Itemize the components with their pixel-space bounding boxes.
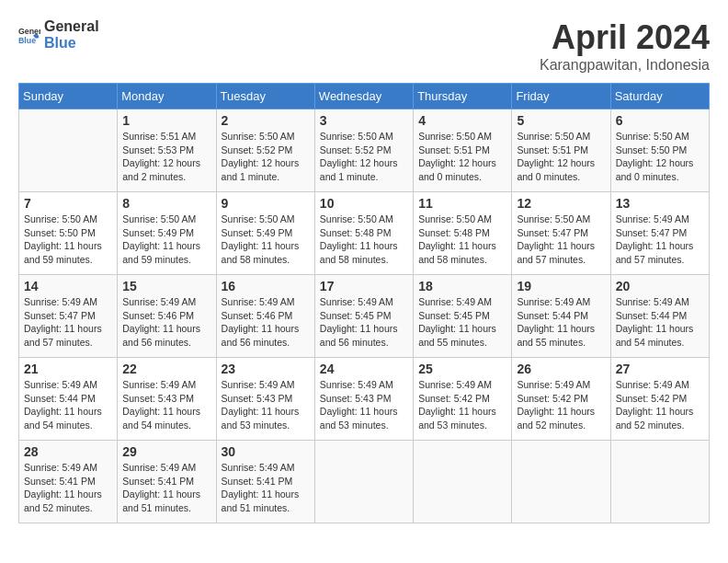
- day-number: 22: [122, 362, 210, 376]
- day-number: 7: [24, 196, 112, 211]
- month-title: April 2024: [540, 18, 710, 57]
- calendar-week-row: 28 Sunrise: 5:49 AM Sunset: 5:41 PM Dayl…: [19, 441, 710, 523]
- sunset-text: Sunset: 5:47 PM: [24, 310, 96, 321]
- sunrise-text: Sunrise: 5:49 AM: [517, 296, 590, 307]
- sunset-text: Sunset: 5:47 PM: [616, 227, 688, 238]
- sunrise-text: Sunrise: 5:50 AM: [517, 131, 590, 142]
- calendar-body: 1 Sunrise: 5:51 AM Sunset: 5:53 PM Dayli…: [19, 109, 710, 523]
- day-number: 11: [418, 196, 506, 211]
- day-info: Sunrise: 5:51 AM Sunset: 5:53 PM Dayligh…: [122, 130, 210, 184]
- sunset-text: Sunset: 5:45 PM: [418, 310, 490, 321]
- daylight-text: Daylight: 11 hours and 52 minutes.: [616, 406, 694, 431]
- day-number: 27: [616, 362, 704, 376]
- daylight-text: Daylight: 11 hours and 59 minutes.: [24, 240, 102, 265]
- calendar-day-cell: 8 Sunrise: 5:50 AM Sunset: 5:49 PM Dayli…: [118, 192, 216, 275]
- daylight-text: Daylight: 11 hours and 53 minutes.: [418, 406, 496, 431]
- day-info: Sunrise: 5:49 AM Sunset: 5:43 PM Dayligh…: [222, 378, 310, 432]
- sunrise-text: Sunrise: 5:50 AM: [122, 213, 196, 224]
- sunrise-text: Sunrise: 5:50 AM: [320, 213, 393, 224]
- sunset-text: Sunset: 5:48 PM: [320, 227, 392, 238]
- sunset-text: Sunset: 5:49 PM: [222, 227, 293, 238]
- daylight-text: Daylight: 12 hours and 0 minutes.: [616, 157, 694, 182]
- calendar-day-cell: 12 Sunrise: 5:50 AM Sunset: 5:47 PM Dayl…: [512, 192, 610, 275]
- calendar-day-cell: 11 Sunrise: 5:50 AM Sunset: 5:48 PM Dayl…: [414, 192, 512, 275]
- sunset-text: Sunset: 5:46 PM: [122, 310, 194, 321]
- sunrise-text: Sunrise: 5:49 AM: [320, 379, 393, 390]
- day-info: Sunrise: 5:50 AM Sunset: 5:52 PM Dayligh…: [222, 130, 310, 184]
- daylight-text: Daylight: 11 hours and 52 minutes.: [24, 488, 102, 513]
- day-number: 9: [222, 196, 310, 211]
- day-of-week-header: Wednesday: [314, 84, 413, 109]
- sunrise-text: Sunrise: 5:50 AM: [418, 131, 492, 142]
- calendar-day-cell: 15 Sunrise: 5:49 AM Sunset: 5:46 PM Dayl…: [118, 275, 216, 358]
- sunrise-text: Sunrise: 5:49 AM: [122, 379, 196, 390]
- sunset-text: Sunset: 5:49 PM: [122, 227, 194, 238]
- logo-blue-text: Blue: [44, 35, 99, 52]
- day-info: Sunrise: 5:50 AM Sunset: 5:48 PM Dayligh…: [418, 213, 506, 267]
- day-number: 2: [222, 113, 310, 128]
- day-number: 5: [517, 113, 605, 128]
- daylight-text: Daylight: 11 hours and 57 minutes.: [517, 240, 595, 265]
- day-info: Sunrise: 5:50 AM Sunset: 5:48 PM Dayligh…: [320, 213, 408, 267]
- daylight-text: Daylight: 11 hours and 54 minutes.: [122, 406, 200, 431]
- day-info: Sunrise: 5:50 AM Sunset: 5:49 PM Dayligh…: [122, 213, 210, 267]
- sunrise-text: Sunrise: 5:49 AM: [122, 462, 196, 473]
- day-number: 23: [222, 362, 310, 376]
- day-info: Sunrise: 5:49 AM Sunset: 5:42 PM Dayligh…: [517, 378, 605, 432]
- sunrise-text: Sunrise: 5:50 AM: [24, 213, 97, 224]
- day-info: Sunrise: 5:49 AM Sunset: 5:42 PM Dayligh…: [418, 378, 506, 432]
- sunset-text: Sunset: 5:51 PM: [418, 144, 490, 155]
- day-number: 15: [122, 279, 210, 293]
- sunset-text: Sunset: 5:50 PM: [24, 227, 96, 238]
- calendar-week-row: 14 Sunrise: 5:49 AM Sunset: 5:47 PM Dayl…: [19, 275, 710, 358]
- day-number: 29: [122, 444, 210, 459]
- daylight-text: Daylight: 11 hours and 58 minutes.: [320, 240, 398, 265]
- sunrise-text: Sunrise: 5:49 AM: [24, 296, 97, 307]
- sunrise-text: Sunrise: 5:49 AM: [418, 379, 492, 390]
- day-number: 28: [24, 444, 112, 459]
- calendar-day-cell: 20 Sunrise: 5:49 AM Sunset: 5:44 PM Dayl…: [610, 275, 709, 358]
- daylight-text: Daylight: 12 hours and 1 minute.: [222, 157, 300, 182]
- daylight-text: Daylight: 12 hours and 0 minutes.: [517, 157, 595, 182]
- calendar-day-cell: 13 Sunrise: 5:49 AM Sunset: 5:47 PM Dayl…: [610, 192, 709, 275]
- calendar-day-cell: 16 Sunrise: 5:49 AM Sunset: 5:46 PM Dayl…: [216, 275, 314, 358]
- sunrise-text: Sunrise: 5:50 AM: [222, 213, 295, 224]
- sunset-text: Sunset: 5:48 PM: [418, 227, 490, 238]
- daylight-text: Daylight: 11 hours and 53 minutes.: [222, 406, 300, 431]
- day-of-week-header: Thursday: [414, 84, 512, 109]
- day-info: Sunrise: 5:50 AM Sunset: 5:49 PM Dayligh…: [222, 213, 310, 267]
- day-info: Sunrise: 5:49 AM Sunset: 5:44 PM Dayligh…: [517, 295, 605, 350]
- calendar-day-cell: 19 Sunrise: 5:49 AM Sunset: 5:44 PM Dayl…: [512, 275, 610, 358]
- day-info: Sunrise: 5:50 AM Sunset: 5:51 PM Dayligh…: [418, 130, 506, 184]
- sunset-text: Sunset: 5:44 PM: [616, 310, 688, 321]
- sunrise-text: Sunrise: 5:50 AM: [616, 131, 689, 142]
- day-number: 8: [122, 196, 210, 211]
- daylight-text: Daylight: 11 hours and 56 minutes.: [122, 323, 200, 348]
- calendar-day-cell: 18 Sunrise: 5:49 AM Sunset: 5:45 PM Dayl…: [414, 275, 512, 358]
- sunrise-text: Sunrise: 5:51 AM: [122, 131, 196, 142]
- sunrise-text: Sunrise: 5:49 AM: [222, 296, 295, 307]
- day-of-week-header: Friday: [512, 84, 610, 109]
- calendar-day-cell: 21 Sunrise: 5:49 AM Sunset: 5:44 PM Dayl…: [19, 358, 118, 441]
- sunset-text: Sunset: 5:53 PM: [122, 144, 194, 155]
- calendar-day-cell: 24 Sunrise: 5:49 AM Sunset: 5:43 PM Dayl…: [314, 358, 413, 441]
- sunset-text: Sunset: 5:42 PM: [616, 393, 688, 404]
- logo: General Blue General Blue: [18, 18, 99, 51]
- location-title: Karangpawitan, Indonesia: [540, 57, 710, 74]
- day-number: 6: [616, 113, 704, 128]
- day-info: Sunrise: 5:50 AM Sunset: 5:47 PM Dayligh…: [517, 213, 605, 267]
- sunset-text: Sunset: 5:42 PM: [517, 393, 588, 404]
- calendar-day-cell: 7 Sunrise: 5:50 AM Sunset: 5:50 PM Dayli…: [19, 192, 118, 275]
- calendar-day-cell: [19, 109, 118, 192]
- day-number: 17: [320, 279, 408, 293]
- calendar-day-cell: 23 Sunrise: 5:49 AM Sunset: 5:43 PM Dayl…: [216, 358, 314, 441]
- sunrise-text: Sunrise: 5:49 AM: [24, 462, 97, 473]
- day-number: 26: [517, 362, 605, 376]
- day-info: Sunrise: 5:49 AM Sunset: 5:45 PM Dayligh…: [320, 295, 408, 350]
- calendar-day-cell: [314, 441, 413, 523]
- day-info: Sunrise: 5:49 AM Sunset: 5:47 PM Dayligh…: [616, 213, 704, 267]
- sunset-text: Sunset: 5:52 PM: [320, 144, 392, 155]
- page-header: General Blue General Blue April 2024 Kar…: [18, 18, 710, 74]
- title-area: April 2024 Karangpawitan, Indonesia: [540, 18, 710, 74]
- calendar-header: SundayMondayTuesdayWednesdayThursdayFrid…: [19, 84, 710, 109]
